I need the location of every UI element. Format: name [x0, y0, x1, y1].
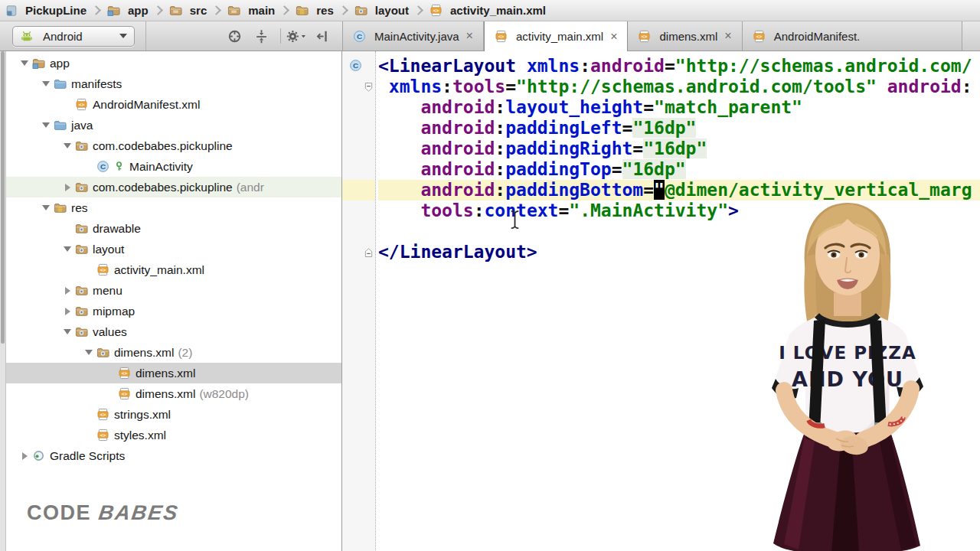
disclosure-right-icon[interactable] [17, 452, 32, 460]
tree-item-layout[interactable]: layout [6, 239, 341, 259]
tree-item-java[interactable]: java [6, 115, 341, 135]
res-folder-icon [296, 4, 309, 17]
disclosure-right-icon[interactable] [60, 308, 75, 315]
code-token: android [887, 77, 962, 96]
code-editor[interactable]: C <LinearLayout xmlns:android="http://sc… [342, 51, 980, 551]
tree-item-label: dimens.xml [136, 387, 195, 401]
code-token [877, 77, 887, 96]
folder-blue-icon [54, 119, 67, 132]
disclosure-down-icon[interactable] [38, 122, 54, 128]
code-line: android:layout_height="match_parent" [378, 97, 980, 118]
tree-item-dimens-xml-2[interactable]: dimens.xml (2) [6, 342, 341, 363]
settings-gear-button[interactable] [288, 26, 308, 46]
tree-item-androidmanifest-xml[interactable]: <>AndroidManifest.xml [6, 94, 341, 115]
tree-item-res[interactable]: res [6, 197, 341, 218]
video-overlay-presenter: I LOVE PIZZA AND YOU [727, 200, 979, 551]
tree-item-drawable[interactable]: drawable [6, 218, 341, 239]
disclosure-right-icon[interactable] [60, 287, 75, 295]
code-token [378, 139, 420, 158]
close-icon[interactable]: × [724, 30, 731, 42]
breadcrumb-label: activity_main.xml [450, 4, 546, 17]
tree-item-app[interactable]: app [6, 53, 341, 73]
code-line: <LinearLayout xmlns:android="http://sche… [378, 56, 980, 77]
tree-item-strings-xml[interactable]: <>strings.xml [6, 404, 341, 425]
breadcrumb-label: res [316, 4, 334, 17]
svg-text:<>: <> [122, 370, 128, 377]
code-token: xmlns [527, 56, 580, 76]
package-folder-icon [75, 222, 88, 235]
chevron-right-icon [338, 5, 348, 15]
disclosure-down-icon[interactable] [60, 143, 75, 148]
xml-file-icon: <> [96, 263, 109, 276]
close-icon[interactable]: × [466, 30, 473, 42]
tab-activity-main-xml[interactable]: <>activity_main.xml× [484, 21, 629, 51]
code-token: @dimen/activity_vertical_marg [665, 180, 972, 200]
tree-item-com-codebabes-pickupline[interactable]: com.codebabes.pickupline [6, 135, 341, 156]
gutter-cell [342, 97, 375, 118]
panel-scrollbar[interactable] [0, 51, 6, 551]
tree-item-label: values [93, 325, 127, 339]
svg-text:<>: <> [100, 267, 106, 273]
breadcrumb-item-res[interactable]: res [293, 4, 336, 17]
breadcrumb-item-src[interactable]: src [167, 4, 210, 17]
disclosure-down-icon[interactable] [17, 60, 32, 66]
breadcrumb-item-layout[interactable]: layout [352, 4, 411, 17]
tree-item-label: strings.xml [114, 408, 171, 422]
tree-item-mipmap[interactable]: mipmap [6, 301, 341, 321]
tree-item-menu[interactable]: menu [6, 280, 341, 301]
gutter-cell [342, 159, 375, 180]
package-folder-icon [75, 181, 88, 194]
breadcrumb-item-pickupline[interactable]: PickupLine [3, 4, 89, 17]
collapse-all-button[interactable] [253, 26, 273, 46]
shirt-text-line1: I LOVE PIZZA [779, 343, 916, 363]
disclosure-down-icon[interactable] [38, 81, 54, 86]
tree-item-gradle-scripts[interactable]: Gradle Scripts [6, 445, 341, 466]
code-token [516, 56, 527, 76]
tab-androidmanifest[interactable]: <>AndroidManifest. [743, 21, 962, 51]
close-icon[interactable]: × [610, 31, 617, 43]
tree-item-label: styles.xml [114, 429, 166, 442]
code-token: : [495, 159, 505, 179]
package-folder-icon [75, 325, 88, 338]
code-token: = [665, 56, 675, 76]
tree-item-label: layout [93, 243, 124, 256]
project-view-selector[interactable]: Android [12, 26, 135, 47]
disclosure-down-icon[interactable] [60, 329, 75, 334]
tree-item-mainactivity[interactable]: CMainActivity [6, 156, 341, 177]
breadcrumb-item-main[interactable]: main [225, 4, 277, 17]
hide-panel-button[interactable] [315, 26, 335, 46]
tree-item-styles-xml[interactable]: <>styles.xml [6, 425, 341, 445]
breadcrumb-item-activity-main-xml[interactable]: <>activity_main.xml [427, 4, 548, 17]
tree-item-dimens-xml[interactable]: <>dimens.xml [6, 363, 341, 383]
logo-part1: CODE [27, 501, 91, 524]
android-icon [20, 29, 34, 43]
main-content: appmanifests<>AndroidManifest.xmljavacom… [0, 51, 980, 551]
disclosure-down-icon[interactable] [38, 205, 54, 210]
disclosure-right-icon[interactable] [60, 184, 75, 191]
class-icon: C [353, 30, 366, 43]
code-token: = [643, 180, 654, 200]
android-studio-window: PickupLineappsrcmainreslayout<>activity_… [0, 0, 980, 551]
tree-item-label: AndroidManifest.xml [93, 98, 200, 112]
tab-label: dimens.xml [659, 30, 717, 43]
tree-item-com-codebabes-pickupline-andr[interactable]: com.codebabes.pickupline (andr [6, 177, 341, 197]
tree-item-manifests[interactable]: manifests [6, 73, 341, 94]
tree-item-values[interactable]: values [6, 321, 341, 342]
package-folder-icon [75, 284, 88, 297]
disclosure-down-icon[interactable] [60, 246, 75, 252]
tab-dimens-xml[interactable]: <>dimens.xml× [628, 21, 742, 51]
breadcrumb-label: src [190, 4, 207, 17]
tree-item-activity-main-xml[interactable]: <>activity_main.xml [6, 259, 341, 280]
tab-mainactivity-java[interactable]: CMainActivity.java× [343, 21, 484, 51]
breadcrumb-item-app[interactable]: app [105, 4, 151, 17]
tree-item-dimens-xml-w820dp[interactable]: <>dimens.xml (w820dp) [6, 383, 341, 404]
locate-button[interactable] [227, 26, 247, 46]
code-token: xmlns [389, 77, 442, 96]
svg-text:<>: <> [122, 391, 128, 397]
disclosure-down-icon[interactable] [81, 350, 96, 355]
tree-item-label: app [50, 57, 70, 70]
svg-text:<>: <> [79, 102, 85, 108]
panel-scrollbar-thumb[interactable] [1, 51, 5, 344]
code-token: : [495, 180, 505, 200]
class-icon: C [96, 160, 109, 173]
